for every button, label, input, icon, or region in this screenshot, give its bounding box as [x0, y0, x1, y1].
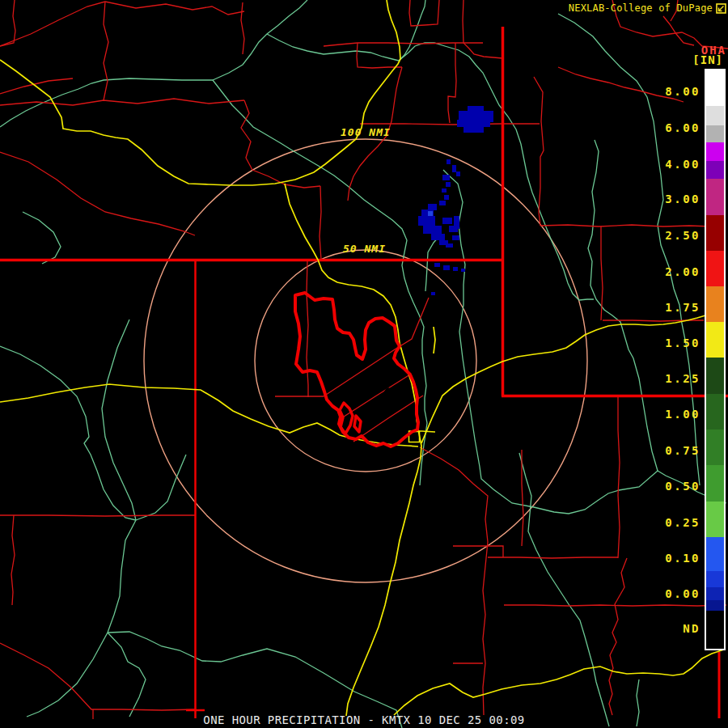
legend-tick-label: 0.10 — [665, 552, 700, 565]
legend-tick-label: 1.75 — [665, 301, 700, 314]
legend-color-segment — [706, 394, 724, 430]
legend-color-segment — [706, 125, 724, 142]
legend-color-segment — [706, 322, 724, 358]
legend-color-segment — [706, 286, 724, 322]
legend-color-segment — [706, 430, 724, 465]
legend-tick-label: 0.50 — [665, 480, 700, 493]
legend-color-segment — [706, 600, 724, 611]
legend-tick-label: 6.00 — [665, 121, 700, 134]
brand-link[interactable]: NEXLAB-College of DuPage — [569, 2, 713, 14]
legend-tick-label: 4.00 — [665, 158, 700, 171]
range-rings — [144, 139, 587, 582]
legend-color-segment — [706, 106, 724, 125]
legend-colorbar — [705, 69, 726, 650]
legend-tick-label: 3.00 — [665, 193, 700, 205]
county-borders-layer — [0, 0, 728, 719]
legend-tick-label: 8.00 — [665, 85, 700, 98]
legend-tick-label: 2.00 — [665, 265, 700, 278]
units-label: [IN] — [692, 53, 723, 66]
range-ring-label-100nmi: 100 NMI — [341, 126, 391, 138]
legend-color-segment — [706, 358, 724, 394]
legend-color-segment — [706, 537, 724, 571]
legend-color-segment — [706, 179, 724, 215]
legend-color-segment — [706, 70, 724, 106]
legend-tick-label: 2.50 — [665, 229, 700, 242]
radar-display: NEXLAB-College of DuPage OHA [IN] 100 NM… — [0, 0, 728, 728]
legend-color-segment — [706, 502, 724, 537]
legend-tick-label: 0.25 — [665, 516, 700, 529]
header: NEXLAB-College of DuPage — [569, 2, 726, 14]
legend-tick-label: 1.25 — [665, 372, 700, 385]
product-title: ONE HOUR PRECIPITATION - KMTX 10 DEC 25 … — [203, 713, 524, 726]
legend-color-segment — [706, 571, 724, 587]
range-ring-label-50nmi: 50 NMI — [343, 243, 386, 255]
legend-tick-label: 0.75 — [665, 444, 700, 457]
radar-map — [0, 0, 728, 728]
legend-tick-label: 0.00 — [665, 587, 700, 600]
external-link-icon[interactable] — [716, 3, 726, 14]
legend-color-segment — [706, 161, 724, 179]
legend-color-segment — [706, 215, 724, 251]
legend-tick-label: ND — [683, 622, 700, 635]
legend-color-segment — [706, 251, 724, 286]
legend-color-segment — [706, 465, 724, 502]
legend-color-segment — [706, 587, 724, 600]
precipitation-echoes — [418, 106, 493, 295]
legend-color-segment — [706, 611, 724, 649]
legend-tick-label: 1.00 — [665, 408, 700, 421]
legend-tick-label: 1.50 — [665, 336, 700, 349]
legend-color-segment — [706, 142, 724, 161]
